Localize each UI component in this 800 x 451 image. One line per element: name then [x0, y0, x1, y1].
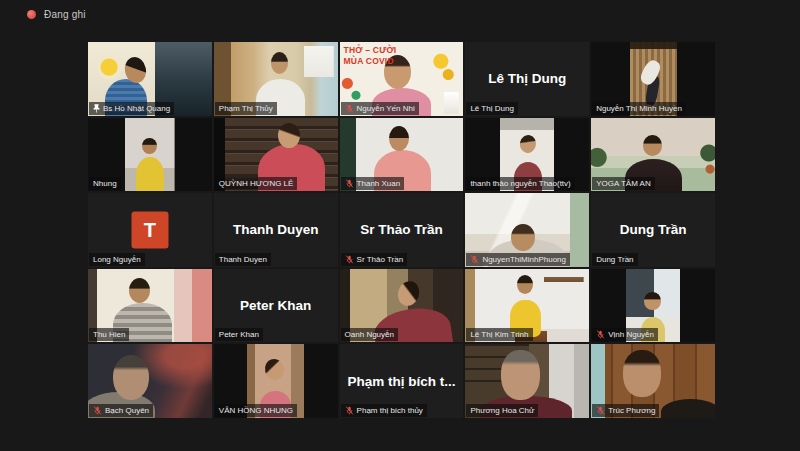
participant-tile[interactable]: NguyenThiMinhPhuong	[465, 193, 589, 267]
recording-dot-icon	[27, 10, 36, 19]
participant-tile[interactable]: T Long Nguyễn	[88, 193, 212, 267]
participant-name-text: Thanh Xuan	[357, 179, 401, 188]
participant-name-text: Thu Hien	[93, 330, 125, 339]
participant-name-text: QUỲNH HƯƠNG LÊ	[219, 179, 294, 188]
participant-name-text: Nguyễn Yến Nhi	[357, 104, 415, 113]
participant-tile[interactable]: Dung Trần Dung Trần	[591, 193, 715, 267]
meeting-window: Đang ghi Bs Hồ Nhật Quang Ph	[0, 0, 800, 451]
participant-name-text: Sr Thảo Trần	[357, 255, 404, 264]
participant-name-text: Bạch Quyên	[105, 406, 149, 415]
participant-tile[interactable]: Phạm Thị Thủy	[214, 42, 338, 116]
participant-name-text: VÂN HỒNG NHUNG	[219, 406, 293, 415]
participant-name-label: Lê Thị Dung	[466, 102, 517, 115]
participant-tile[interactable]: Trúc Phương	[591, 344, 715, 418]
participant-tile[interactable]: VÂN HỒNG NHUNG	[214, 344, 338, 418]
muted-mic-icon	[93, 406, 102, 415]
participant-name-text: Thanh Duyen	[219, 255, 267, 264]
participant-name-text: Long Nguyễn	[93, 255, 141, 264]
participant-name-label: Long Nguyễn	[89, 253, 145, 266]
participant-name-text: Vịnh Nguyễn	[608, 330, 654, 339]
participant-tile[interactable]: Thanh Xuan	[340, 118, 464, 192]
participant-name-text: Lê Thị Dung	[470, 104, 513, 113]
participant-name-text: Phương Hoa Chử	[470, 406, 534, 415]
participant-name-label: Nhung	[89, 177, 121, 190]
participant-tile[interactable]: Nhung	[88, 118, 212, 192]
participant-name-label: Thanh Duyen	[215, 253, 271, 266]
participant-name-label: Phạm Thị Thủy	[215, 102, 277, 115]
participant-name-text: NguyenThiMinhPhuong	[482, 255, 566, 264]
participant-tile[interactable]: QUỲNH HƯƠNG LÊ	[214, 118, 338, 192]
participant-name-label: Phạm thị bích thủy	[341, 404, 427, 417]
muted-mic-icon	[596, 406, 605, 415]
muted-mic-icon	[596, 330, 605, 339]
participant-name-label: NguyenThiMinhPhuong	[466, 253, 570, 266]
participant-name-text: YOGA TÂM AN	[596, 179, 651, 188]
participant-name-label: Thanh Xuan	[341, 177, 405, 190]
participant-tile[interactable]: Vịnh Nguyễn	[591, 269, 715, 343]
participant-name-text: thanh thảo nguyễn Thao(ttv)	[470, 179, 570, 188]
participant-avatar: T	[131, 211, 168, 248]
participant-name-label: Thu Hien	[89, 328, 129, 341]
participant-tile[interactable]: Peter Khan Peter Khan	[214, 269, 338, 343]
participant-name-label: Peter Khan	[215, 328, 263, 341]
participant-name-label: Sr Thảo Trần	[341, 253, 408, 266]
participant-name-label: Nguyễn Yến Nhi	[341, 102, 419, 115]
participant-name-label: Phương Hoa Chử	[466, 404, 538, 417]
participant-tile[interactable]: thanh thảo nguyễn Thao(ttv)	[465, 118, 589, 192]
participant-name-label: Lê Thị Kim Trinh	[466, 328, 532, 341]
muted-mic-icon	[345, 104, 354, 113]
participant-tile[interactable]: Phương Hoa Chử	[465, 344, 589, 418]
participant-tile[interactable]: Oanh Nguyễn	[340, 269, 464, 343]
participant-name-label: Bạch Quyên	[89, 404, 153, 417]
participant-name-text: Trúc Phương	[608, 406, 655, 415]
participant-grid: Bs Hồ Nhật Quang Phạm Thị Thủy THỞ – CƯỜ…	[88, 42, 715, 418]
participant-name-text: Phạm thị bích thủy	[357, 406, 423, 415]
participant-name-label: Nguyễn Thị Minh Huyền	[592, 102, 686, 115]
participant-name-label: VÂN HỒNG NHUNG	[215, 404, 297, 417]
participant-tile[interactable]: Lê Thị Dung Lê Thị Dung	[465, 42, 589, 116]
pin-icon	[93, 104, 100, 113]
muted-mic-icon	[345, 179, 354, 188]
participant-name-label: Dung Trần	[592, 253, 637, 266]
participant-tile[interactable]: THỞ – CƯỜI MÙA COVID Nguyễn Yến Nhi	[340, 42, 464, 116]
participant-name-text: Phạm Thị Thủy	[219, 104, 273, 113]
participant-tile[interactable]: Bs Hồ Nhật Quang	[88, 42, 212, 116]
participant-name-label: Trúc Phương	[592, 404, 659, 417]
muted-mic-icon	[345, 406, 354, 415]
participant-name-text: Lê Thị Kim Trinh	[470, 330, 528, 339]
participant-name-label: YOGA TÂM AN	[592, 177, 655, 190]
participant-name-text: Nguyễn Thị Minh Huyền	[596, 104, 682, 113]
participant-name-label: QUỲNH HƯƠNG LÊ	[215, 177, 298, 190]
muted-mic-icon	[470, 255, 479, 264]
participant-name-text: Oanh Nguyễn	[345, 330, 394, 339]
participant-tile[interactable]: Nguyễn Thị Minh Huyền	[591, 42, 715, 116]
participant-name-text: Nhung	[93, 179, 117, 188]
participant-name-text: Peter Khan	[219, 330, 259, 339]
participant-name-label: thanh thảo nguyễn Thao(ttv)	[466, 177, 574, 190]
participant-tile[interactable]: Bạch Quyên	[88, 344, 212, 418]
participant-name-label: Vịnh Nguyễn	[592, 328, 658, 341]
virtual-background-text: THỞ – CƯỜI MÙA COVID	[344, 45, 397, 67]
recording-label: Đang ghi	[44, 9, 86, 20]
participant-tile[interactable]: Lê Thị Kim Trinh	[465, 269, 589, 343]
participant-tile[interactable]: Thu Hien	[88, 269, 212, 343]
participant-tile[interactable]: Sr Thảo Trần Sr Thảo Trần	[340, 193, 464, 267]
participant-tile[interactable]: Thanh Duyen Thanh Duyen	[214, 193, 338, 267]
participant-name-label: Bs Hồ Nhật Quang	[89, 102, 174, 115]
recording-indicator: Đang ghi	[27, 9, 86, 20]
participant-name-text: Bs Hồ Nhật Quang	[103, 104, 170, 113]
participant-name-text: Dung Trần	[596, 255, 633, 264]
muted-mic-icon	[345, 255, 354, 264]
participant-tile[interactable]: Phạm thị bích t... Phạm thị bích thủy	[340, 344, 464, 418]
participant-tile[interactable]: YOGA TÂM AN	[591, 118, 715, 192]
participant-name-label: Oanh Nguyễn	[341, 328, 398, 341]
